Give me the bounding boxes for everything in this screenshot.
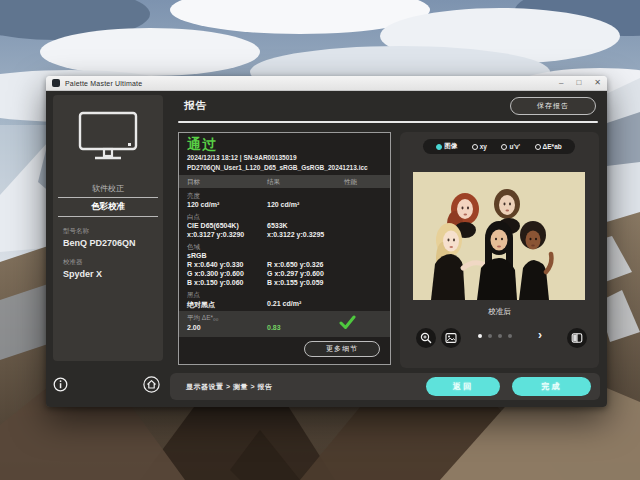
whitepoint-result-1: 6533K (267, 222, 288, 229)
calibrator-value: Spyder X (63, 269, 163, 279)
radio-icon (472, 144, 478, 150)
sidebar: 软件校正 色彩校准 型号名称 BenQ PD2706QN 校准器 Spyder … (53, 95, 163, 361)
sidebar-item-color-calibration[interactable]: 色彩校准 (53, 198, 163, 216)
radio-icon (501, 144, 507, 150)
gamut-g-target: G x:0.300 y:0.600 (187, 270, 244, 277)
table-header: 目标 结果 性能 (179, 175, 390, 188)
done-button[interactable]: 完成 (512, 377, 591, 396)
average-deltae-target: 2.00 (187, 324, 201, 331)
average-deltae-label: 平均 ΔE*₀₀ (187, 314, 218, 323)
model-name-value: BenQ PD2706QN (63, 238, 163, 248)
preview-mode-bar: 图像 xy u'v' ΔE*ab (423, 139, 575, 154)
breadcrumb: 显示器设置 > 测量 > 报告 (186, 382, 272, 392)
title-bar[interactable]: Palette Master Ultimate – □ ✕ (46, 76, 607, 91)
window-title: Palette Master Ultimate (65, 80, 142, 87)
page-dot[interactable] (478, 334, 482, 338)
mode-xy-label: xy (480, 143, 487, 150)
pagination-dots (478, 334, 534, 338)
window-body: 软件校正 色彩校准 型号名称 BenQ PD2706QN 校准器 Spyder … (46, 91, 607, 407)
gamut-name: sRGB (187, 252, 206, 259)
model-name-label: 型号名称 (63, 227, 163, 236)
sidebar-item-software-calibration[interactable]: 软件校正 (53, 180, 163, 197)
mode-uv-label: u'v' (509, 143, 520, 150)
whitepoint-target-2: x:0.3127 y:0.3290 (187, 231, 244, 238)
gamut-b-result: B x:0.155 y:0.059 (267, 279, 323, 286)
app-window: Palette Master Ultimate – □ ✕ 软件校 (46, 76, 607, 407)
section-whitepoint: 白点 (187, 213, 200, 222)
mode-image[interactable]: 图像 (436, 142, 457, 151)
average-deltae-result: 0.83 (267, 324, 281, 331)
monitor-icon (75, 110, 141, 166)
minimize-button[interactable]: – (559, 79, 563, 87)
back-button[interactable]: 返回 (426, 377, 500, 396)
change-image-button[interactable] (441, 328, 461, 348)
zoom-in-button[interactable] (416, 328, 436, 348)
brightness-target: 120 cd/m² (187, 201, 219, 208)
calibration-sample-photo (413, 172, 585, 300)
report-profile-name: PD2706QN_User1_L120_D65_sRGB_GsRGB_20241… (187, 164, 368, 171)
whitepoint-result-2: x:0.3122 y:0.3295 (267, 231, 324, 238)
pass-checkmark-icon (339, 315, 356, 334)
section-gamut: 色域 (187, 243, 200, 252)
mode-deltae[interactable]: ΔE*ab (535, 143, 562, 150)
close-button[interactable]: ✕ (594, 79, 601, 87)
column-performance: 性能 (344, 178, 357, 187)
save-report-button[interactable]: 保存报告 (510, 97, 596, 115)
next-arrow-icon[interactable]: › (538, 328, 542, 342)
compare-view-button[interactable] (567, 328, 587, 348)
gamut-r-target: R x:0.640 y:0.330 (187, 261, 243, 268)
page-dot[interactable] (508, 334, 512, 338)
column-target: 目标 (187, 178, 200, 187)
gamut-r-result: R x:0.650 y:0.326 (267, 261, 323, 268)
info-button[interactable] (52, 376, 69, 393)
preview-panel: 图像 xy u'v' ΔE*ab (400, 132, 599, 368)
home-icon (143, 376, 160, 393)
section-brightness: 亮度 (187, 192, 200, 201)
page-dot[interactable] (498, 334, 502, 338)
blackpoint-target: 绝对黑点 (187, 300, 215, 310)
page-dot[interactable] (488, 334, 492, 338)
mode-deltae-label: ΔE*ab (543, 143, 562, 150)
radio-selected-icon (436, 144, 442, 150)
column-result: 结果 (267, 178, 280, 187)
whitepoint-target-1: CIE D65(6504K) (187, 222, 239, 229)
more-details-button[interactable]: 更多细节 (304, 341, 380, 357)
home-button[interactable] (143, 376, 160, 393)
gamut-b-target: B x:0.150 y:0.060 (187, 279, 243, 286)
photo-caption: 校准后 (400, 307, 599, 317)
maximize-button[interactable]: □ (576, 79, 581, 87)
gamut-g-result: G x:0.297 y:0.600 (267, 270, 324, 277)
app-logo-icon (52, 79, 60, 87)
mode-image-label: 图像 (444, 142, 457, 151)
mode-xy[interactable]: xy (472, 143, 487, 150)
info-icon (53, 377, 68, 392)
divider (58, 216, 158, 217)
mode-uv[interactable]: u'v' (501, 143, 520, 150)
report-panel: 通过 2024/12/13 18:12 | SN-9AR00135019 PD2… (178, 132, 391, 365)
header-separator (178, 121, 598, 123)
footer-bar: 显示器设置 > 测量 > 报告 返回 完成 (170, 373, 600, 400)
brightness-result: 120 cd/m² (267, 201, 299, 208)
report-datetime-serial: 2024/12/13 18:12 | SN-9AR00135019 (187, 154, 297, 161)
divider (58, 197, 158, 198)
section-blackpoint: 黑点 (187, 291, 200, 300)
radio-icon (535, 144, 541, 150)
split-compare-icon (571, 332, 583, 344)
blackpoint-result: 0.21 cd/m² (267, 300, 301, 307)
calibrator-label: 校准器 (63, 258, 163, 267)
page-title: 报告 (184, 99, 207, 113)
magnifier-plus-icon (420, 332, 432, 344)
status-passed: 通过 (187, 136, 217, 154)
image-icon (445, 332, 457, 344)
